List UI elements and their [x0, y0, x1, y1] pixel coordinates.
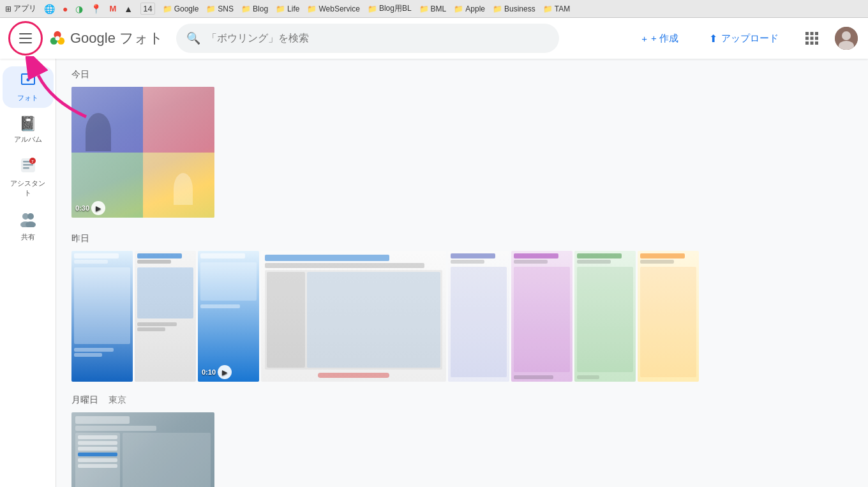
sidebar-item-photos[interactable]: フォト: [3, 66, 54, 108]
menubar-apps[interactable]: ⊞ アプリ: [5, 3, 36, 14]
today-photos-grid: 0:30 ▶: [71, 87, 853, 218]
create-button[interactable]: + + 作成: [631, 27, 689, 50]
menubar-folder-blogbl[interactable]: 📁 Blog用BL: [368, 3, 412, 14]
photos-label: フォト: [17, 93, 38, 103]
menubar-maps[interactable]: 📍: [91, 4, 101, 14]
menubar-gmail[interactable]: M: [109, 4, 116, 13]
menubar-folder-apple[interactable]: 📁 Apple: [454, 4, 485, 13]
folder-icon: 📁: [163, 4, 172, 13]
menubar-google-label: Google: [174, 4, 199, 13]
monday-label: 月曜日 東京: [71, 394, 853, 406]
folder-icon: 📁: [493, 4, 502, 13]
sharing-icon: [20, 211, 36, 227]
albums-icon: 📓: [19, 116, 36, 132]
google-photos-icon: [49, 29, 66, 47]
menubar-folder-blog[interactable]: 📁 Blog: [241, 4, 268, 13]
sharing-icon-wrap: [20, 211, 36, 230]
sidebar-item-assistant[interactable]: 7 アシスタント: [3, 152, 54, 203]
menubar-tam-label: TAM: [555, 4, 570, 13]
menubar-drive[interactable]: ▲: [124, 4, 133, 14]
yesterday-photo-7[interactable]: [638, 251, 699, 382]
sidebar-item-sharing[interactable]: 共有: [3, 206, 54, 247]
sidebar: フォト 📓 アルバム 7 アシスタント: [0, 59, 56, 487]
menubar-browser-icon[interactable]: 🌐: [44, 4, 55, 14]
menubar-life-label: Life: [287, 4, 299, 13]
header-actions: + + 作成 ⬆ アップロード: [631, 26, 858, 51]
today-photo-1[interactable]: 0:30 ▶: [71, 87, 214, 218]
menu-button[interactable]: [10, 23, 41, 54]
video-duration-badge-2: 0:10 ▶: [202, 365, 232, 379]
today-label: 今日: [71, 69, 853, 80]
upload-label: アップロード: [721, 33, 779, 45]
menubar-browser2[interactable]: ●: [63, 4, 68, 14]
menubar-sns-label: SNS: [218, 4, 234, 13]
apps-button[interactable]: [799, 26, 825, 51]
svg-rect-5: [805, 32, 809, 35]
svg-rect-7: [815, 32, 818, 35]
svg-rect-9: [811, 37, 814, 40]
upload-button[interactable]: ⬆ アップロード: [699, 27, 789, 50]
menubar-folder-sns[interactable]: 📁 SNS: [206, 4, 234, 13]
menubar-folder-life[interactable]: 📁 Life: [276, 4, 299, 13]
logo-text: Google フォト: [70, 29, 163, 48]
menubar-webservice-label: WebService: [318, 4, 359, 13]
folder-icon: 📁: [241, 4, 251, 13]
folder-icon: 📁: [368, 4, 377, 13]
menubar-apple-label: Apple: [465, 4, 485, 13]
today-section: 今日 0:30 ▶: [71, 69, 853, 218]
yesterday-photo-5[interactable]: [511, 251, 572, 382]
play-icon-2: ▶: [218, 365, 232, 379]
menubar-folder-bml[interactable]: 📁 BML: [419, 4, 447, 13]
svg-point-15: [842, 31, 851, 40]
yesterday-photo-6[interactable]: [574, 251, 636, 382]
hamburger-line: [19, 33, 32, 34]
yesterday-video-1[interactable]: 0:10 ▶: [198, 251, 259, 382]
svg-rect-6: [811, 32, 814, 35]
svg-rect-12: [811, 41, 814, 45]
google-photos-logo: Google フォト: [49, 29, 163, 48]
sharing-label: 共有: [21, 232, 35, 242]
monday-photo-1[interactable]: [71, 412, 214, 487]
svg-point-24: [27, 213, 34, 220]
avatar[interactable]: [835, 27, 858, 50]
main-layout: フォト 📓 アルバム 7 アシスタント: [0, 59, 868, 487]
yesterday-photo-3[interactable]: [261, 251, 446, 382]
monday-location: 東京: [108, 394, 126, 406]
yesterday-photos-grid: 0:10 ▶: [71, 251, 853, 382]
yesterday-photo-1[interactable]: [71, 251, 133, 382]
header: Google フォト 🔍 + + 作成 ⬆ アップロード: [0, 18, 868, 59]
svg-rect-8: [805, 37, 809, 40]
menubar-folder-google[interactable]: 📁 Google: [163, 4, 199, 13]
svg-rect-10: [815, 37, 818, 40]
assistant-label: アシスタント: [10, 179, 46, 198]
svg-rect-11: [805, 41, 809, 45]
create-label: + 作成: [651, 33, 678, 45]
menubar-cal[interactable]: 14: [140, 3, 154, 15]
search-bar[interactable]: 🔍: [176, 24, 559, 53]
yesterday-photo-4[interactable]: [448, 251, 509, 382]
apps-grid-icon: [805, 31, 819, 45]
folder-icon: 📁: [276, 4, 285, 13]
folder-icon: 📁: [419, 4, 429, 13]
svg-point-4: [56, 36, 60, 41]
search-input[interactable]: [207, 33, 549, 44]
yesterday-section: 昨日: [71, 233, 853, 382]
menubar-folder-webservice[interactable]: 📁 WebService: [307, 4, 359, 13]
menubar-business-label: Business: [504, 4, 535, 13]
content-area: 今日 0:30 ▶: [56, 59, 868, 487]
video-duration-badge: 0:30 ▶: [75, 201, 105, 215]
menubar-blogbl-label: Blog用BL: [379, 3, 412, 14]
yesterday-photo-2[interactable]: [135, 251, 196, 382]
svg-rect-19: [23, 164, 33, 166]
upload-icon: ⬆: [709, 33, 717, 45]
folder-icon: 📁: [307, 4, 317, 13]
menubar-browser3[interactable]: ◑: [75, 4, 83, 14]
folder-icon: 📁: [206, 4, 216, 13]
menubar-folder-tam[interactable]: 📁 TAM: [543, 4, 570, 13]
menubar-blog-label: Blog: [253, 4, 268, 13]
search-icon: 🔍: [186, 31, 200, 45]
menubar-folder-business[interactable]: 📁 Business: [493, 4, 535, 13]
assistant-icon-wrap: 7: [20, 157, 36, 176]
sidebar-item-albums[interactable]: 📓 アルバム: [3, 110, 54, 149]
folder-icon: 📁: [454, 4, 463, 13]
